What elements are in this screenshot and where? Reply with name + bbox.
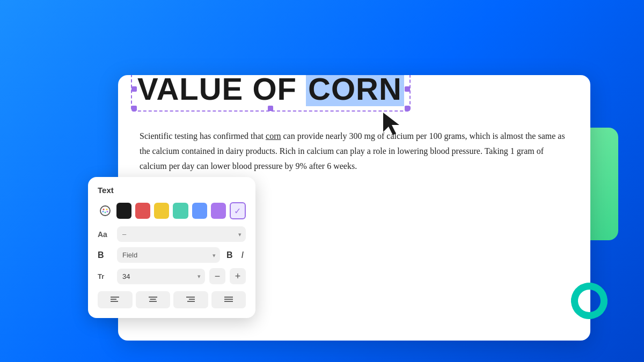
handle-lm[interactable] bbox=[131, 86, 137, 92]
field-select-wrapper[interactable]: Field ▾ bbox=[117, 247, 220, 263]
size-plus-button[interactable]: + bbox=[230, 268, 246, 284]
svg-rect-10 bbox=[149, 297, 157, 298]
size-label: Tr bbox=[98, 272, 113, 280]
italic-btn[interactable]: I bbox=[239, 250, 246, 260]
svg-rect-17 bbox=[224, 299, 233, 300]
heading-selection-box: VALUE OF CORN bbox=[134, 75, 407, 108]
handle-bl[interactable] bbox=[131, 106, 137, 111]
svg-rect-9 bbox=[111, 301, 118, 302]
text-format-panel: Text ✓ Aa – ▾ bbox=[88, 177, 255, 318]
svg-rect-11 bbox=[150, 299, 156, 300]
svg-rect-13 bbox=[186, 297, 195, 298]
swatch-red[interactable] bbox=[135, 203, 150, 219]
font-select-arrow: ▾ bbox=[238, 231, 241, 238]
heading-wrapper[interactable]: VALUE OF CORN bbox=[134, 75, 574, 108]
field-select-arrow: ▾ bbox=[213, 252, 216, 258]
svg-rect-7 bbox=[111, 297, 119, 298]
svg-marker-0 bbox=[383, 113, 399, 135]
align-center-button[interactable] bbox=[136, 291, 171, 308]
svg-rect-8 bbox=[111, 299, 116, 300]
swatch-selected-check[interactable]: ✓ bbox=[230, 202, 246, 219]
swatches-row: ✓ bbox=[98, 202, 246, 219]
size-input[interactable] bbox=[117, 269, 205, 284]
swatch-teal[interactable] bbox=[173, 203, 188, 219]
size-input-wrapper[interactable]: ▾ bbox=[117, 269, 205, 284]
size-row: Tr ▾ − + bbox=[98, 268, 246, 284]
svg-rect-18 bbox=[224, 301, 233, 302]
svg-point-2 bbox=[103, 209, 105, 210]
handle-rm[interactable] bbox=[405, 86, 410, 92]
body-text: Scientific testing has confirmed that co… bbox=[140, 129, 569, 174]
font-select-display[interactable]: – bbox=[117, 226, 246, 242]
alignment-row bbox=[98, 291, 246, 308]
heading-text: VALUE OF CORN bbox=[137, 75, 404, 106]
size-minus-button[interactable]: − bbox=[209, 268, 225, 284]
svg-rect-12 bbox=[149, 301, 157, 302]
align-right-button[interactable] bbox=[173, 291, 208, 308]
handle-br[interactable] bbox=[405, 106, 410, 111]
svg-point-4 bbox=[105, 212, 106, 213]
cursor-arrow bbox=[381, 112, 400, 135]
size-arrow: ▾ bbox=[197, 273, 201, 280]
svg-rect-14 bbox=[189, 299, 195, 300]
align-left-button[interactable] bbox=[98, 291, 133, 308]
color-picker-icon[interactable] bbox=[98, 203, 113, 219]
svg-rect-15 bbox=[187, 301, 195, 302]
svg-point-6 bbox=[107, 211, 108, 212]
heading-highlight: CORN bbox=[306, 75, 404, 106]
bold-style-row: B Field ▾ B I bbox=[98, 247, 246, 263]
field-select-display[interactable]: Field bbox=[117, 247, 220, 263]
svg-point-5 bbox=[103, 211, 104, 212]
bold-label: B bbox=[98, 250, 113, 260]
bold-btn[interactable]: B bbox=[224, 250, 235, 260]
svg-point-1 bbox=[100, 206, 110, 216]
font-label: Aa bbox=[98, 230, 113, 239]
align-justify-button[interactable] bbox=[211, 291, 246, 308]
handle-bm[interactable] bbox=[268, 106, 273, 111]
font-family-row: Aa – ▾ bbox=[98, 226, 246, 242]
svg-rect-16 bbox=[224, 297, 233, 298]
svg-point-3 bbox=[106, 209, 108, 210]
swatch-purple[interactable] bbox=[211, 203, 226, 219]
swatch-blue[interactable] bbox=[192, 203, 207, 219]
swatch-yellow[interactable] bbox=[154, 203, 169, 219]
panel-title: Text bbox=[98, 186, 246, 195]
swatch-black[interactable] bbox=[116, 203, 131, 219]
font-select-wrapper[interactable]: – ▾ bbox=[117, 226, 246, 242]
